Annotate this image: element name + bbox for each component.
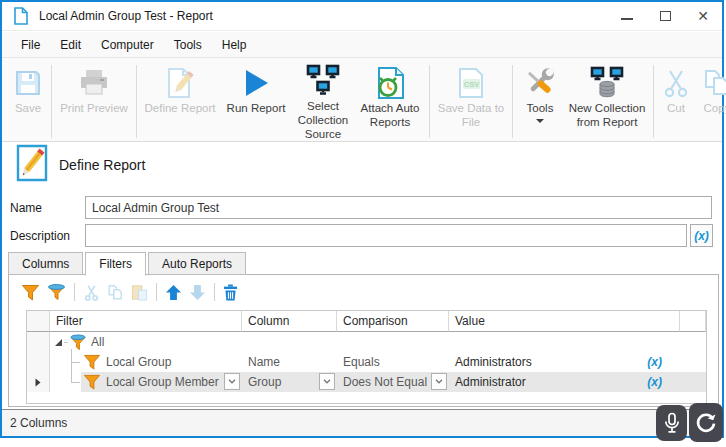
printer-icon: [78, 64, 110, 102]
filter-row-all[interactable]: All: [27, 332, 706, 352]
microphone-button[interactable]: [656, 405, 687, 441]
filter-cut-icon: [83, 284, 100, 301]
filter-toolbar-separator: [214, 283, 215, 301]
move-down-icon: [189, 284, 206, 301]
name-input[interactable]: [85, 196, 712, 219]
filter-row-local-group-member[interactable]: Local Group Member Group Does Not Equal: [27, 372, 706, 392]
tree-line-vertical: [71, 349, 72, 382]
column-cell: Name: [242, 352, 337, 372]
tools-dropdown-icon: [536, 119, 544, 123]
header-extra-cell: [680, 311, 706, 332]
sync-button[interactable]: [689, 403, 723, 442]
header-column[interactable]: Column: [242, 311, 337, 332]
toolbar-separator: [653, 65, 654, 138]
new-collection-from-report-label: New Collection from Report: [564, 102, 650, 130]
add-filter-group-icon[interactable]: [47, 284, 66, 301]
menu-tools[interactable]: Tools: [164, 34, 212, 56]
app-window: Local Admin Group Test - Report ✕ File E…: [0, 0, 724, 438]
row-selector-cell[interactable]: [27, 332, 50, 352]
current-row-arrow-icon: [35, 378, 41, 387]
comparison-cell: Equals: [337, 352, 449, 372]
svg-text:CSV: CSV: [464, 80, 479, 89]
run-report-button[interactable]: Run Report: [220, 62, 292, 141]
description-label: Description: [10, 229, 70, 243]
filter-toolbar-separator: [156, 283, 157, 301]
filter-toolbar: [21, 282, 238, 302]
row-selector-cell[interactable]: [27, 372, 50, 392]
row-clear-button[interactable]: (x): [647, 375, 662, 389]
menu-file[interactable]: File: [11, 34, 50, 56]
filter-row-local-group[interactable]: Local Group Name Equals Administrators (…: [27, 352, 706, 372]
main-toolbar: Save Print Preview Define Report: [2, 58, 722, 142]
define-report-button: Define Report: [140, 62, 220, 141]
collection-source-icon: [304, 64, 342, 100]
header-value[interactable]: Value: [449, 311, 680, 332]
filters-panel: Filter Column Comparison Value: [8, 274, 719, 407]
toolbar-separator: [429, 65, 430, 138]
description-clear-button[interactable]: (x): [690, 224, 713, 247]
minimize-icon: [621, 18, 633, 20]
minimize-button[interactable]: [608, 2, 646, 30]
save-data-to-file-button: CSV Save Data to File: [433, 62, 509, 141]
tab-filters[interactable]: Filters: [85, 252, 146, 276]
header-filter[interactable]: Filter: [50, 311, 242, 332]
define-report-label: Define Report: [145, 102, 216, 116]
close-button[interactable]: ✕: [684, 2, 722, 30]
tab-columns[interactable]: Columns: [8, 252, 83, 275]
tree-expander-icon[interactable]: [54, 338, 63, 347]
menu-edit[interactable]: Edit: [50, 34, 91, 56]
tab-auto-reports[interactable]: Auto Reports: [148, 252, 246, 275]
filter-paste-icon: [131, 284, 148, 301]
maximize-button[interactable]: [646, 2, 684, 30]
select-collection-source-button[interactable]: Select Collection Source: [292, 62, 354, 141]
comparison-text: Does Not Equal: [343, 375, 427, 389]
row-clear-button[interactable]: (x): [647, 355, 662, 369]
column-combo-dropdown[interactable]: [319, 373, 335, 390]
name-label: Name: [10, 201, 42, 215]
microphone-icon: [664, 412, 680, 435]
row-selector-cell[interactable]: [27, 352, 50, 372]
header-comparison[interactable]: Comparison: [337, 311, 449, 332]
tree-connector: [64, 342, 68, 343]
define-report-icon: [163, 64, 197, 102]
extra-cell: [680, 332, 706, 352]
comparison-cell: [337, 332, 449, 352]
window-title: Local Admin Group Test - Report: [39, 9, 213, 23]
column-cell: [242, 332, 337, 352]
select-collection-source-label: Select Collection Source: [292, 100, 354, 141]
tools-label: Tools: [527, 102, 554, 116]
tree-line-stub: [71, 382, 80, 383]
filter-funnel-icon: [83, 374, 101, 390]
move-up-icon[interactable]: [165, 284, 182, 301]
menu-bar: File Edit Computer Tools Help: [2, 32, 722, 58]
delete-filter-icon[interactable]: [223, 284, 238, 301]
menu-computer[interactable]: Computer: [91, 34, 164, 56]
close-icon: ✕: [697, 9, 709, 23]
cut-button: Cut: [657, 62, 695, 141]
cut-icon: [662, 64, 690, 102]
status-text: 2 Columns: [10, 416, 67, 430]
print-preview-label: Print Preview: [60, 102, 128, 116]
menu-help[interactable]: Help: [212, 34, 257, 56]
attach-auto-reports-button[interactable]: Attach Auto Reports: [354, 62, 426, 141]
auto-reports-icon: [375, 64, 405, 102]
print-preview-button: Print Preview: [55, 62, 133, 141]
filter-funnel-icon: [83, 354, 101, 370]
value-text: Administrator: [455, 375, 526, 389]
sync-icon: [694, 411, 718, 435]
comparison-combo-dropdown[interactable]: [431, 373, 447, 390]
filter-combo-dropdown[interactable]: [224, 373, 240, 390]
tools-button[interactable]: Tools: [516, 62, 564, 141]
screen: Local Admin Group Test - Report ✕ File E…: [0, 0, 726, 447]
filter-toolbar-separator: [74, 283, 75, 301]
filter-name: Local Group Member: [106, 375, 219, 389]
toolbar-separator: [512, 65, 513, 138]
new-collection-from-report-button[interactable]: New Collection from Report: [564, 62, 650, 141]
description-input[interactable]: [85, 224, 687, 247]
section-title: Define Report: [59, 157, 145, 173]
add-filter-icon[interactable]: [21, 284, 40, 301]
save-label: Save: [15, 102, 41, 116]
define-report-page-icon: [15, 144, 49, 186]
attach-auto-reports-label: Attach Auto Reports: [354, 102, 426, 130]
value-cell: [449, 332, 680, 352]
